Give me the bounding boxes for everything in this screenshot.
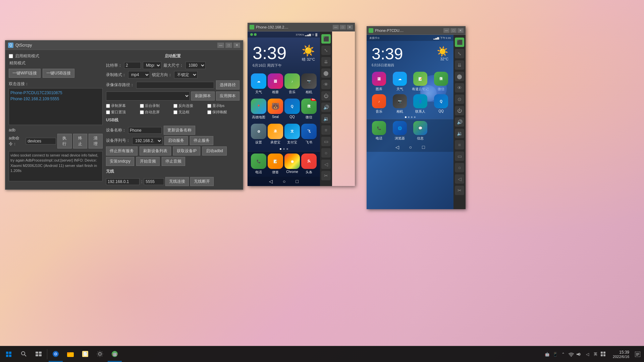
auto-screen-checkbox[interactable] — [140, 110, 144, 114]
start-button[interactable] — [1, 347, 16, 362]
phone2-dock-msg[interactable]: 💬 信息 — [411, 121, 430, 141]
phone1-minimize-button[interactable]: — — [333, 25, 339, 29]
app-seal[interactable]: 🐻 Seal — [268, 99, 283, 120]
dock-toutiao[interactable]: 头 头条 — [301, 154, 317, 175]
app-gallery[interactable]: 🖼 相册 — [268, 73, 283, 95]
nav-back[interactable]: ◁ — [269, 179, 273, 184]
search-taskbar-button[interactable] — [17, 347, 31, 362]
device-item[interactable]: Phone-192.168.2.109:5555 — [10, 96, 101, 102]
refresh-device-list-button[interactable]: 刷新设备列表 — [140, 146, 171, 156]
wifi-connect-button[interactable]: 一键WIFI连接 — [9, 69, 41, 78]
apply-script-button[interactable]: 应用脚本 — [216, 92, 239, 101]
usb-connect-button[interactable]: 一键USB连接 — [43, 69, 74, 78]
phone2-nav-back[interactable]: ◁ — [395, 144, 399, 150]
phone1-sidebar-btn-eye[interactable]: 👁 — [321, 80, 331, 89]
phone2-app-camera[interactable]: 📷 相机 — [390, 94, 410, 114]
lang-tray-icon[interactable]: 英 — [592, 351, 599, 358]
app-alipay[interactable]: 支 支付宝 — [284, 124, 300, 145]
phone1-sidebar-btn-fullscreen[interactable]: ⤡ — [321, 46, 331, 55]
phone1-sidebar-btn-back[interactable]: ◁ — [321, 160, 331, 169]
phone2-sidebar-btn-rect[interactable]: ▭ — [455, 152, 464, 161]
app-weather[interactable]: ☁ 天气 — [251, 73, 266, 95]
phone2-app-contacts[interactable]: 👤 联系人 — [411, 94, 430, 114]
stop-service-button[interactable]: 停止服务 — [190, 136, 213, 145]
notification-center-button[interactable] — [633, 347, 643, 362]
phone2-dock-browser[interactable]: 🌐 浏览器 — [390, 121, 410, 141]
record-screen-checkbox[interactable] — [106, 104, 110, 108]
start-service-button[interactable]: 启动服务 — [164, 136, 188, 145]
notepad-button[interactable]: 📄 — [78, 347, 92, 362]
keep-awake-checkbox[interactable] — [207, 110, 211, 114]
network-tray-icon[interactable] — [568, 351, 575, 358]
volume-tray-icon[interactable] — [576, 351, 583, 358]
phone1-sidebar-btn-home[interactable]: ⬤ — [321, 68, 331, 78]
chrome-taskbar-button[interactable] — [49, 347, 63, 362]
terminate-button[interactable]: 终止 — [73, 134, 87, 148]
show-fps-checkbox[interactable] — [207, 104, 211, 108]
phone2-sidebar-btn-crop[interactable]: ⌗ — [455, 140, 464, 149]
phone2-sidebar-btn-power[interactable]: ⏻ — [455, 106, 464, 115]
choose-path-button[interactable]: 选择路径 — [216, 80, 239, 89]
app-map[interactable]: 📍 高德地图 — [251, 99, 266, 120]
dock-note[interactable]: 📝 便签 — [268, 154, 283, 175]
file-explorer-button[interactable] — [63, 347, 77, 362]
phone2-sidebar-btn-home[interactable]: ⬤ — [455, 72, 464, 81]
phone2-app-gallery[interactable]: 🖼 图库 — [369, 72, 389, 92]
phone2-dock-phone[interactable]: 📞 电话 — [369, 121, 389, 141]
phone2-sidebar-btn-back[interactable]: ◁ — [455, 174, 464, 184]
dock-phone[interactable]: 📞 电话 — [251, 154, 266, 175]
bitrate-input[interactable] — [124, 62, 141, 69]
reverse-connect-checkbox[interactable] — [173, 104, 177, 108]
app-music[interactable]: ♪ 音乐 — [284, 73, 300, 95]
phone2-sidebar-btn-vol-up[interactable]: 🔊 — [455, 117, 464, 127]
bitrate-unit-select[interactable]: Mbps — [143, 62, 161, 69]
taskbar-clock[interactable]: 15:39 2022/6/16 — [610, 350, 632, 359]
no-border-checkbox[interactable] — [173, 110, 177, 114]
device-name-input[interactable] — [128, 127, 162, 134]
phone1-sidebar-btn-rect[interactable]: ▭ — [321, 137, 331, 146]
phone2-sidebar-btn-scissors[interactable]: ✂ — [455, 186, 464, 195]
device-serial-select[interactable]: 192.168.2. — [132, 137, 162, 144]
phone1-sidebar-btn-scroll[interactable]: ⇊ — [321, 57, 331, 66]
clear-button[interactable]: 清理 — [89, 134, 103, 148]
port-input[interactable] — [144, 178, 164, 185]
app-wechat[interactable]: 微 99+ 微信 — [301, 99, 317, 120]
start-adbd-button[interactable]: 启动adbd — [202, 146, 227, 156]
phone2-app-qq[interactable]: Q QQ — [431, 94, 451, 114]
phone2-sidebar-btn-1[interactable]: ⬛ — [455, 38, 464, 47]
script-select[interactable] — [106, 92, 190, 101]
settings-taskbar-button[interactable] — [93, 347, 107, 362]
lock-direction-select[interactable]: 不锁定 — [174, 71, 198, 78]
app-camera[interactable]: 📷 相机 — [301, 73, 317, 95]
app-feishu[interactable]: 飞 飞书 — [301, 124, 317, 145]
left-arrow-tray-icon[interactable]: ◁ — [584, 351, 591, 358]
record-path-input[interactable] — [136, 82, 214, 88]
phone2-sidebar-btn-vol-down[interactable]: 🔉 — [455, 129, 464, 138]
grid-tray-icon[interactable] — [600, 351, 607, 358]
simple-mode-checkbox[interactable] — [9, 54, 13, 58]
qtscrcpy-minimize-button[interactable]: — — [217, 43, 224, 48]
phone1-sidebar-btn-circle[interactable]: ○ — [321, 148, 331, 158]
phone2-sidebar-btn-circle[interactable]: ○ — [455, 163, 464, 172]
qtscrcpy-maximize-button[interactable]: □ — [225, 43, 232, 48]
app-settings[interactable]: ⚙ 设置 — [251, 124, 266, 145]
get-device-ip-button[interactable]: 获取设备IP — [173, 146, 200, 156]
adb-cmd-input[interactable] — [26, 138, 56, 144]
update-device-name-button[interactable]: 更新设备名称 — [164, 126, 195, 135]
phone2-sidebar-btn-wifi[interactable]: ⊙ — [455, 95, 464, 104]
phone2-app-weather[interactable]: ☁ 天气 — [390, 72, 410, 92]
phone2-minimize-button[interactable]: — — [443, 28, 449, 33]
phone2-app-music[interactable]: ♪ 音乐 — [369, 94, 389, 114]
phone2-nav-recents[interactable]: □ — [422, 144, 425, 150]
phone1-sidebar-btn-crop[interactable]: ⌗ — [321, 125, 331, 135]
phone1-close-button[interactable]: ✕ — [347, 25, 353, 29]
start-audio-button[interactable]: 开始音频 — [136, 157, 160, 166]
phone1-sidebar-btn-1[interactable]: ⬛ — [321, 34, 331, 44]
background-record-checkbox[interactable] — [140, 104, 144, 108]
phone2-nav-home[interactable]: ○ — [409, 144, 412, 150]
phone-tray-icon[interactable]: 📱 — [552, 351, 558, 358]
phone2-close-button[interactable]: ✕ — [458, 28, 464, 33]
record-format-select[interactable]: mp4 — [128, 71, 150, 78]
ip-input[interactable] — [106, 178, 140, 185]
stop-audio-button[interactable]: 停止音频 — [162, 157, 185, 166]
